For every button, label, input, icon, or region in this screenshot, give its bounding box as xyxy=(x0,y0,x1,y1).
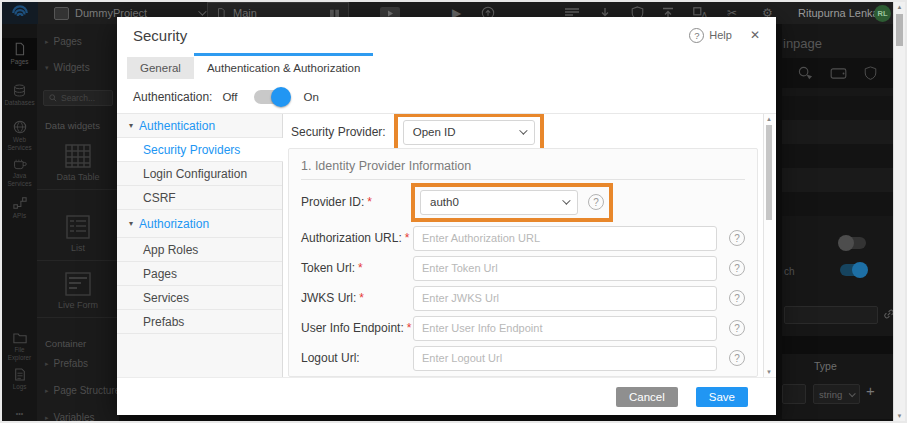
rail-item-file-explorer: File Explorer xyxy=(2,332,37,362)
app-scrollbar[interactable]: ▲ ▼ xyxy=(893,2,905,421)
help-circle-icon[interactable]: ? xyxy=(729,260,745,276)
chevron-down-icon xyxy=(519,126,527,134)
save-button[interactable]: Save xyxy=(696,387,748,407)
authentication-label: Authentication: xyxy=(133,90,212,104)
coffee-cup-icon xyxy=(13,158,27,170)
dialog-tabs: General Authentication & Authorization xyxy=(117,53,776,79)
help-circle-icon[interactable]: ? xyxy=(729,350,745,366)
avatar-initials: RL xyxy=(874,5,891,22)
scroll-down-icon[interactable]: ▼ xyxy=(894,413,905,419)
more-options-icon: ••• xyxy=(2,410,37,417)
form-scrollbar[interactable]: ▲ ▼ xyxy=(763,114,774,377)
pages-icon xyxy=(13,42,26,56)
authorization-url-input[interactable] xyxy=(413,226,717,251)
data-table-icon xyxy=(65,144,91,168)
panel-row xyxy=(782,168,895,192)
caret-right-icon: ▸ xyxy=(45,414,49,422)
scroll-down-icon[interactable]: ▼ xyxy=(764,369,774,375)
app-scrollbar-thumb[interactable] xyxy=(896,14,903,46)
field-label: Logout Url: xyxy=(301,351,413,365)
tab-authentication-authorization[interactable]: Authentication & Authorization xyxy=(194,53,373,79)
nav-item-services[interactable]: Services xyxy=(117,286,282,310)
nav-item-security-providers[interactable]: Security Providers xyxy=(117,138,283,162)
nav-item-login-configuration[interactable]: Login Configuration xyxy=(117,162,282,186)
nav-item-prefabs[interactable]: Prefabs xyxy=(117,310,282,334)
help-circle-icon[interactable]: ? xyxy=(729,290,745,306)
jwks-url-input[interactable] xyxy=(413,286,717,311)
required-asterisk: * xyxy=(405,231,410,245)
nav-item-app-roles[interactable]: App Roles xyxy=(117,238,282,262)
tree-prefabs: ▸ Prefabs xyxy=(45,358,88,369)
section-container: Container xyxy=(45,338,86,349)
tree-variables: ▸ Variables xyxy=(45,412,94,421)
param-name-field xyxy=(782,384,806,404)
field-row-authorization-url: Authorization URL:* ? xyxy=(301,225,749,251)
caret-right-icon: ▸ xyxy=(45,387,49,395)
security-dialog: Security ? Help ✕ General Authentication… xyxy=(117,17,776,415)
widget-tile-list: List xyxy=(37,207,119,261)
required-asterisk: * xyxy=(367,195,372,209)
required-asterisk: * xyxy=(407,321,412,335)
token-url-input[interactable] xyxy=(413,256,717,281)
field-label: JWKS Url:* xyxy=(301,291,413,305)
tree-page-structure: ▸ Page Structure xyxy=(45,385,119,396)
section-data-widgets: Data widgets xyxy=(45,120,100,131)
toggle-knob xyxy=(271,87,291,107)
required-asterisk: * xyxy=(358,261,363,275)
security-provider-select[interactable]: Open ID xyxy=(403,120,535,145)
field-label: Authorization URL:* xyxy=(301,231,413,245)
field-row-jwks-url: JWKS Url:* ? xyxy=(301,285,749,311)
caret-right-icon: ▸ xyxy=(45,38,49,46)
property-toggle-off xyxy=(840,237,866,249)
search-icon xyxy=(49,94,57,102)
field-row-provider-id: Provider ID:* auth0 ? xyxy=(301,189,749,215)
nav-item-csrf[interactable]: CSRF xyxy=(117,186,282,210)
security-provider-label: Security Provider: xyxy=(291,125,386,139)
dialog-content: ▾ Authentication Security Providers Logi… xyxy=(117,113,776,377)
cancel-button[interactable]: Cancel xyxy=(616,387,678,407)
security-nav: ▾ Authentication Security Providers Logi… xyxy=(117,114,283,377)
nav-group-authentication[interactable]: ▾ Authentication xyxy=(117,114,282,138)
nav-item-pages[interactable]: Pages xyxy=(117,262,282,286)
identity-provider-panel: 1. Identity Provider Information Provide… xyxy=(288,148,758,377)
help-button[interactable]: ? Help xyxy=(689,28,732,43)
page-title-fragment: inpage xyxy=(783,36,822,51)
wavemaker-logo-icon xyxy=(2,2,38,24)
panel-toolbar xyxy=(782,58,895,88)
rail-item-databases: Databases xyxy=(2,84,37,107)
authentication-toggle[interactable] xyxy=(254,90,288,104)
type-column-header: Type xyxy=(814,360,837,372)
caret-down-icon: ▾ xyxy=(129,121,133,130)
security-provider-row: Security Provider: Open ID xyxy=(291,116,544,148)
list-icon xyxy=(66,215,90,239)
caret-down-icon: ▾ xyxy=(45,64,49,72)
chevron-down-icon xyxy=(849,390,856,397)
logout-url-input[interactable] xyxy=(413,346,717,371)
tree-widgets: ▾ Widgets xyxy=(45,62,90,73)
dialog-title: Security xyxy=(133,27,187,44)
help-label: Help xyxy=(709,29,732,41)
rail-item-java-services: Java Services xyxy=(2,158,37,188)
nav-group-authorization[interactable]: ▾ Authorization xyxy=(117,210,282,238)
tab-general[interactable]: General xyxy=(127,57,194,79)
app-screenshot: DummyProject Main ▶ A ✂ ⚙ xyxy=(0,0,907,423)
help-circle-icon[interactable]: ? xyxy=(588,194,604,210)
scroll-up-icon[interactable]: ▲ xyxy=(894,4,905,10)
toggle-on-label: On xyxy=(304,91,319,103)
scroll-up-icon[interactable]: ▲ xyxy=(764,116,774,122)
type-select: string xyxy=(813,384,860,404)
field-row-user-info-endpoint: User Info Endpoint:* ? xyxy=(301,315,749,341)
widgets-panel: ▸ Pages ▾ Widgets Search... Data widgets… xyxy=(37,24,119,421)
help-circle-icon[interactable]: ? xyxy=(729,230,745,246)
help-question-icon: ? xyxy=(689,28,704,43)
project-icon xyxy=(54,7,69,20)
rail-item-logs: Logs xyxy=(2,368,37,391)
provider-id-select[interactable]: auth0 xyxy=(420,190,578,215)
help-circle-icon[interactable]: ? xyxy=(729,320,745,336)
close-icon[interactable]: ✕ xyxy=(750,28,760,42)
form-scrollbar-thumb[interactable] xyxy=(766,125,772,220)
widget-tile-live-form: Live Form xyxy=(37,264,119,318)
folder-icon xyxy=(13,332,27,344)
panel-row xyxy=(782,144,895,168)
user-info-endpoint-input[interactable] xyxy=(413,316,717,341)
